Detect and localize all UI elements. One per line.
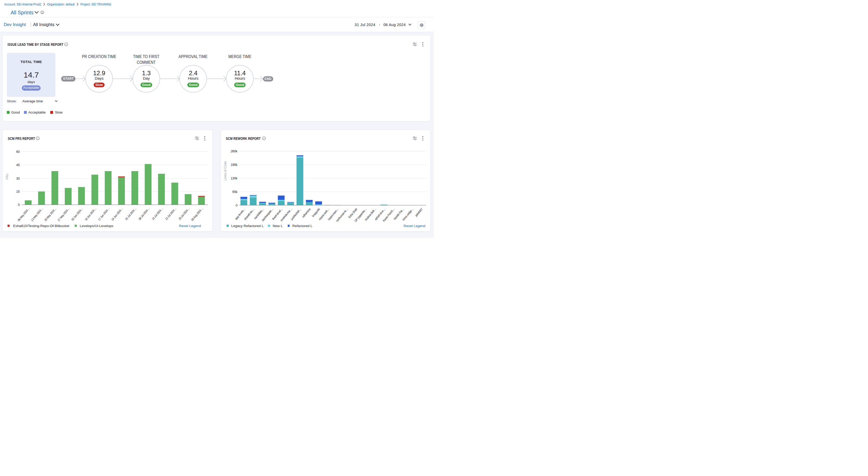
svg-text:195k: 195k	[230, 163, 238, 167]
svg-text:0: 0	[236, 203, 237, 207]
svg-text:130k: 130k	[230, 177, 238, 180]
svg-text:20 May 2024…: 20 May 2024…	[43, 207, 57, 221]
svg-text:260k: 260k	[230, 149, 238, 153]
svg-text:24 Jun 2024…: 24 Jun 2024…	[111, 207, 123, 221]
svg-text:17 Jun 2024…: 17 Jun 2024…	[97, 207, 110, 221]
svg-text:01 Jul 2024…: 01 Jul 2024…	[125, 207, 137, 220]
svg-text:0: 0	[18, 203, 20, 207]
svg-text:jatin6407: jatin6407	[414, 207, 423, 217]
svg-text:15 Jul 2024…: 15 Jul 2024…	[151, 207, 163, 220]
svg-text:08 Jul 2024…: 08 Jul 2024…	[138, 207, 150, 220]
svg-text:06 May 2024…: 06 May 2024…	[17, 207, 30, 221]
svg-text:03 Jun 2024…: 03 Jun 2024…	[71, 207, 84, 221]
svg-text:22 Jul 2024…: 22 Jul 2024…	[164, 207, 177, 220]
svg-text:60: 60	[16, 150, 20, 154]
svg-text:knagurski: knagurski	[311, 207, 320, 217]
svg-text:29 Jul 2024…: 29 Jul 2024…	[178, 207, 190, 220]
svg-text:05 Aug 2024…: 05 Aug 2024…	[190, 207, 204, 221]
svg-text:13 May 2024…: 13 May 2024…	[30, 207, 43, 221]
svg-text:10 Jun 2024…: 10 Jun 2024…	[84, 207, 97, 221]
svg-text:15: 15	[16, 190, 20, 194]
svg-text:27 May 2024…: 27 May 2024…	[57, 207, 70, 221]
svg-text:Lines of Code: Lines of Code	[223, 161, 227, 180]
svg-text:PRs: PRs	[5, 174, 9, 180]
svg-text:30: 30	[16, 177, 20, 180]
svg-text:65k: 65k	[232, 190, 238, 194]
svg-text:45: 45	[16, 163, 20, 167]
svg-text:ndharness: ndharness	[301, 207, 311, 218]
